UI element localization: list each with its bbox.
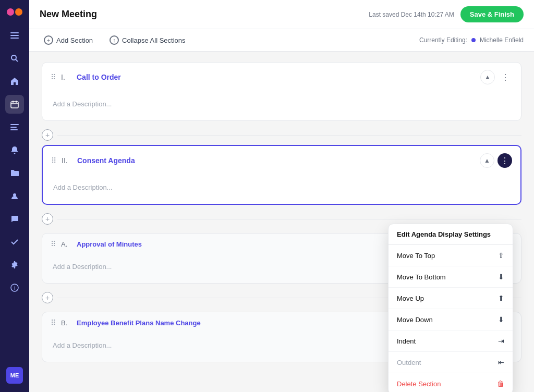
sidebar-item-list[interactable] xyxy=(5,118,24,137)
move-down-icon: ⬇ xyxy=(498,315,504,324)
section-1: ⠿ I. Call to Order ▲ ⋮ Add a Description… xyxy=(42,62,521,121)
sidebar-item-calendar[interactable] xyxy=(5,95,24,114)
section-1-body: Add a Description... xyxy=(42,92,521,120)
svg-rect-0 xyxy=(10,32,19,33)
editing-label: Currently Editing: xyxy=(419,36,467,44)
move-to-bottom-icon: ⬇ xyxy=(498,273,504,281)
section-1-title[interactable]: Call to Order xyxy=(77,73,475,81)
subsection-b-letter: B. xyxy=(61,319,71,327)
dropdown-move-to-top[interactable]: Move To Top ⇧ xyxy=(389,245,513,266)
last-saved-text: Last saved Dec 14th 10:27 AM xyxy=(369,11,454,18)
svg-text:i: i xyxy=(14,286,15,291)
section-1-description[interactable]: Add a Description... xyxy=(51,96,513,112)
indent-icon: ⇥ xyxy=(498,337,504,345)
collapse-all-button[interactable]: ↑ Collapse All Sections xyxy=(105,33,189,47)
collapse-icon: ↑ xyxy=(110,35,119,45)
svg-rect-5 xyxy=(11,102,18,108)
section-2-actions: ▲ ⋮ xyxy=(480,153,512,168)
logo xyxy=(7,8,22,16)
svg-rect-11 xyxy=(10,129,18,130)
toolbar-left: + Add Section ↑ Collapse All Sections xyxy=(40,33,190,47)
add-item-1-button[interactable]: + xyxy=(42,129,53,141)
save-finish-button[interactable]: Save & Finish xyxy=(460,6,524,22)
section-2-header: ⠿ II. Consent Agenda ▲ ⋮ xyxy=(43,146,520,175)
sidebar-item-check[interactable] xyxy=(5,232,24,251)
add-item-2-button[interactable]: + xyxy=(42,213,53,225)
section-2-body: Add a Description... xyxy=(43,175,520,204)
section-2-number: II. xyxy=(62,156,72,165)
logo-dot-left xyxy=(7,8,14,16)
section-2: ⠿ II. Consent Agenda ▲ ⋮ Add a Descripti… xyxy=(42,145,521,205)
editing-user-dot xyxy=(471,38,476,42)
content-area: ⠿ I. Call to Order ▲ ⋮ Add a Description… xyxy=(29,52,534,392)
page-title: New Meeting xyxy=(40,9,97,20)
subsection-a-letter: A. xyxy=(61,240,71,248)
toolbar: + Add Section ↑ Collapse All Sections Cu… xyxy=(29,29,534,52)
section-2-more-button[interactable]: ⋮ xyxy=(497,153,512,168)
dropdown-delete-section[interactable]: Delete Section 🗑 xyxy=(389,373,513,392)
sidebar-item-chat[interactable] xyxy=(5,210,24,228)
delete-section-icon: 🗑 xyxy=(497,379,504,388)
section-1-actions: ▲ ⋮ xyxy=(480,70,513,84)
user-avatar[interactable]: ME xyxy=(6,367,23,384)
divider-1 xyxy=(57,135,521,136)
section-1-number: I. xyxy=(61,73,71,81)
move-up-icon: ⬆ xyxy=(498,294,504,302)
dropdown-outdent: Outdent ⇤ xyxy=(389,352,513,373)
sidebar-item-folder[interactable] xyxy=(5,164,24,182)
divider-2 xyxy=(57,219,521,219)
toolbar-right: Currently Editing: Michelle Enfield xyxy=(419,36,524,44)
section-1-more-button[interactable]: ⋮ xyxy=(498,70,513,84)
sidebar-item-bell[interactable] xyxy=(5,141,24,160)
svg-rect-10 xyxy=(10,127,17,128)
section-2-description[interactable]: Add a Description... xyxy=(51,179,512,195)
dropdown-edit-settings[interactable]: Edit Agenda Display Settings xyxy=(389,224,513,245)
logo-dot-right xyxy=(15,8,22,16)
sidebar-item-home[interactable] xyxy=(5,72,24,91)
svg-rect-9 xyxy=(10,124,19,125)
subsection-b-drag[interactable]: ⠿ xyxy=(51,318,56,327)
add-item-3-button[interactable]: + xyxy=(42,292,53,303)
dropdown-move-down[interactable]: Move Down ⬇ xyxy=(389,309,513,330)
context-menu: Edit Agenda Display Settings Move To Top… xyxy=(388,224,513,392)
svg-rect-1 xyxy=(10,35,19,36)
section-1-collapse-button[interactable]: ▲ xyxy=(480,70,495,84)
add-row-1: + xyxy=(42,125,521,145)
svg-point-3 xyxy=(11,55,16,60)
section-2-collapse-button[interactable]: ▲ xyxy=(480,153,494,168)
outdent-icon: ⇤ xyxy=(498,358,504,366)
topbar-right: Last saved Dec 14th 10:27 AM Save & Fini… xyxy=(369,6,524,22)
editing-user: Michelle Enfield xyxy=(480,36,524,44)
sidebar: i ME xyxy=(0,0,29,392)
sidebar-item-search[interactable] xyxy=(5,49,24,68)
main-area: New Meeting Last saved Dec 14th 10:27 AM… xyxy=(29,0,534,392)
section-2-drag-handle[interactable]: ⠿ xyxy=(51,156,56,165)
topbar: New Meeting Last saved Dec 14th 10:27 AM… xyxy=(29,0,534,29)
svg-rect-2 xyxy=(10,38,19,39)
add-section-icon: + xyxy=(44,35,53,45)
section-2-title[interactable]: Consent Agenda xyxy=(77,156,475,165)
dropdown-indent[interactable]: Indent ⇥ xyxy=(389,330,513,352)
section-1-header: ⠿ I. Call to Order ▲ ⋮ xyxy=(42,63,521,92)
dropdown-move-up[interactable]: Move Up ⬆ xyxy=(389,288,513,309)
add-section-button[interactable]: + Add Section xyxy=(40,33,97,47)
sidebar-item-info[interactable]: i xyxy=(5,278,24,297)
sidebar-item-badge[interactable] xyxy=(5,187,24,205)
sidebar-item-menu[interactable] xyxy=(5,26,24,45)
dropdown-move-to-bottom[interactable]: Move To Bottom ⬇ xyxy=(389,266,513,288)
section-1-drag-handle[interactable]: ⠿ xyxy=(51,73,56,81)
svg-line-4 xyxy=(16,59,18,62)
move-to-top-icon: ⇧ xyxy=(498,251,504,260)
sidebar-item-gear[interactable] xyxy=(5,255,24,274)
subsection-a-drag[interactable]: ⠿ xyxy=(51,240,56,248)
